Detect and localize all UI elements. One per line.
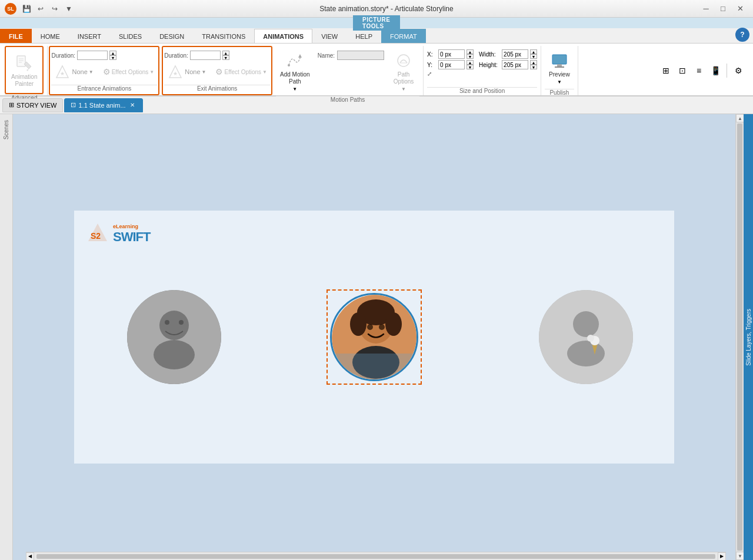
side-layers-panel[interactable]: Slide Layers, Triggers: [744, 114, 753, 560]
undo-button[interactable]: ↩: [34, 2, 47, 15]
height-input[interactable]: [502, 60, 528, 69]
y-spinner[interactable]: ▲ ▼: [467, 60, 474, 69]
exit-none-dropdown[interactable]: ★ None ▼: [164, 62, 209, 82]
exit-effect-options-button[interactable]: ⚙ Effect Options ▼: [212, 65, 270, 78]
redo-button[interactable]: ↪: [48, 2, 61, 15]
tab-design[interactable]: DESIGN: [151, 29, 193, 43]
y-down[interactable]: ▼: [467, 65, 474, 69]
advanced-group-content: AnimationPainter: [7, 48, 41, 92]
window-controls[interactable]: ─ □ ✕: [698, 2, 748, 15]
scenes-panel: Scenes: [0, 114, 13, 560]
height-up[interactable]: ▲: [530, 60, 537, 65]
width-input[interactable]: [502, 49, 528, 59]
motion-paths-group-label: Motion Paths: [276, 96, 419, 104]
tab-transitions[interactable]: TRANSITIONS: [193, 29, 254, 43]
width-up[interactable]: ▲: [530, 49, 537, 54]
width-down[interactable]: ▼: [530, 54, 537, 59]
slide-view-button[interactable]: ⊡: [675, 63, 690, 78]
entrance-duration-up[interactable]: ▲: [109, 51, 116, 55]
x-input[interactable]: [438, 49, 465, 59]
tab-home[interactable]: HOME: [32, 29, 69, 43]
tab-format[interactable]: FORMAT: [381, 29, 426, 43]
entrance-duration-input[interactable]: [77, 51, 108, 60]
y-label: Y:: [427, 62, 437, 68]
selected-image-wrapper: [326, 289, 422, 385]
scroll-thumb[interactable]: [737, 124, 742, 551]
ribbon: AnimationPainter Advanced Duration: ▲ ▼: [0, 44, 753, 96]
size-position-expand[interactable]: ⤢: [427, 71, 432, 77]
height-spinner[interactable]: ▲ ▼: [530, 60, 537, 69]
tab-slides[interactable]: SLIDES: [110, 29, 151, 43]
x-spinner[interactable]: ▲ ▼: [467, 49, 474, 59]
window-title: State animation.story* - Articulate Stor…: [79, 5, 694, 13]
preview-icon: [550, 51, 569, 70]
width-spinner[interactable]: ▲ ▼: [530, 49, 537, 59]
tab-view[interactable]: VIEW: [312, 29, 346, 43]
x-up[interactable]: ▲: [467, 49, 474, 54]
tab-story-view[interactable]: ⊞ STORY VIEW: [2, 98, 63, 112]
selected-image-circle[interactable]: [330, 293, 418, 381]
tab-insert[interactable]: INSERT: [69, 29, 110, 43]
exit-duration-input[interactable]: [190, 51, 221, 60]
svg-point-21: [165, 320, 169, 325]
path-options-label: PathOptions: [394, 71, 414, 85]
close-button[interactable]: ✕: [732, 2, 748, 15]
swift-logo: S2 eLearning SWIFT: [86, 222, 150, 246]
scroll-up-button[interactable]: ▲: [736, 114, 744, 122]
preview-button[interactable]: Preview ▼: [545, 48, 574, 88]
side-layers-label: Slide Layers, Triggers: [745, 309, 752, 366]
reading-view-button[interactable]: ≡: [691, 63, 707, 78]
x-down[interactable]: ▼: [467, 54, 474, 59]
add-motion-path-label: Add MotionPath: [280, 71, 310, 85]
settings-button[interactable]: ⚙: [731, 63, 746, 78]
context-tab-bar: PICTURE TOOLS: [0, 18, 753, 28]
vertical-scrollbar[interactable]: ▲ ▼: [735, 114, 744, 560]
tab-file[interactable]: FILE: [0, 29, 32, 43]
tab-help[interactable]: HELP: [346, 29, 381, 43]
exit-duration-spinner[interactable]: ▲ ▼: [222, 51, 229, 60]
scroll-left-button[interactable]: ◀: [26, 552, 34, 561]
entrance-duration-spinner[interactable]: ▲ ▼: [109, 51, 116, 60]
exit-duration-up[interactable]: ▲: [222, 51, 229, 55]
y-up[interactable]: ▲: [467, 60, 474, 65]
scroll-right-button[interactable]: ▶: [718, 552, 726, 561]
view-separator: [727, 64, 727, 78]
svg-point-28: [367, 324, 373, 330]
exit-duration-down[interactable]: ▼: [222, 55, 229, 60]
entrance-none-dropdown[interactable]: ★ None ▼: [51, 62, 96, 82]
scroll-down-button[interactable]: ▼: [736, 552, 744, 560]
y-input[interactable]: [438, 60, 465, 69]
title-bar-actions[interactable]: 💾 ↩ ↪ ▼: [20, 2, 75, 15]
svg-point-29: [379, 324, 385, 330]
help-icon[interactable]: ?: [735, 28, 749, 42]
entrance-group-content: Duration: ▲ ▼ ★ None ▼: [51, 48, 157, 85]
svg-point-34: [567, 341, 605, 366]
publish-content: Preview ▼: [545, 46, 574, 89]
animation-painter-button[interactable]: AnimationPainter: [7, 51, 41, 91]
width-label: Width:: [479, 51, 500, 58]
entrance-duration-down[interactable]: ▼: [109, 55, 116, 60]
close-tab-icon[interactable]: ✕: [128, 101, 136, 109]
tab-animations[interactable]: ANIMATIONS: [254, 29, 312, 43]
horizontal-scrollbar[interactable]: ◀ ▶: [26, 552, 726, 560]
normal-view-button[interactable]: ⊞: [658, 63, 674, 78]
svg-point-10: [288, 64, 290, 66]
tab-state-animation[interactable]: ⊡ 1.1 State anim... ✕: [64, 98, 142, 112]
motion-path-name-input[interactable]: [337, 51, 384, 60]
svg-rect-14: [557, 64, 562, 66]
svg-point-27: [385, 312, 402, 336]
entrance-effect-options-button[interactable]: ⚙ Effect Options ▼: [100, 65, 158, 78]
maximize-button[interactable]: □: [715, 2, 731, 15]
add-motion-path-button[interactable]: Add MotionPath ▼: [276, 48, 314, 95]
mobile-view-button[interactable]: 📱: [708, 63, 723, 78]
minimize-button[interactable]: ─: [698, 2, 714, 15]
advanced-group-border: AnimationPainter: [5, 46, 44, 94]
publish-group-label: Publish: [545, 89, 574, 97]
horizontal-scroll-thumb[interactable]: [36, 554, 715, 559]
path-options-button[interactable]: PathOptions ▼: [388, 48, 419, 95]
svg-point-37: [587, 335, 594, 342]
save-button[interactable]: 💾: [20, 2, 33, 15]
more-button[interactable]: ▼: [62, 2, 75, 15]
height-down[interactable]: ▼: [530, 65, 537, 69]
svg-point-20: [154, 340, 195, 369]
